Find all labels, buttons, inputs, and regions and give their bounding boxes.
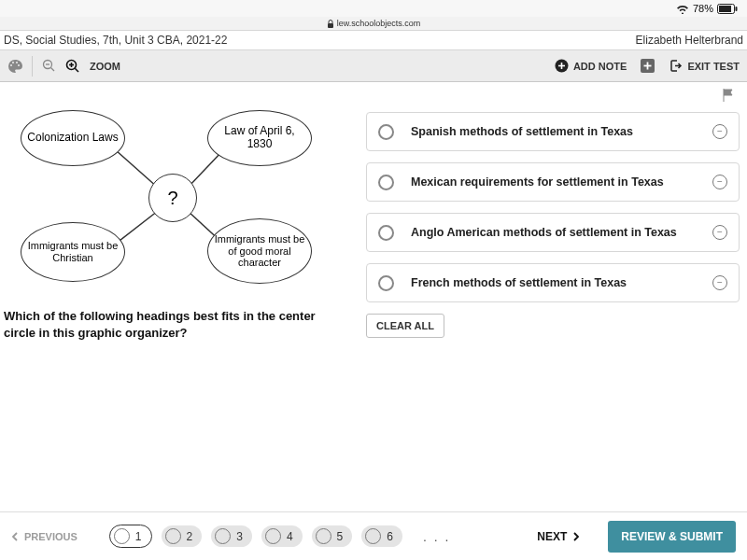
next-label: NEXT <box>537 530 567 543</box>
radio-icon <box>378 275 394 291</box>
page-number: 4 <box>287 530 293 543</box>
progress-ring-icon <box>114 528 130 544</box>
page-5[interactable]: 5 <box>312 525 353 547</box>
graphic-organizer: Colonization Laws Law of April 6, 1830 ?… <box>4 108 331 295</box>
page-number: 3 <box>236 530 243 543</box>
add-circle-icon <box>555 59 569 73</box>
toolbar: ZOOM ADD NOTE EXIT TEST <box>0 50 747 82</box>
lock-icon <box>327 20 334 28</box>
diagram-node-bl: Immigrants must be Christian <box>21 222 125 282</box>
diagram-node-center: ? <box>148 174 197 222</box>
palette-icon[interactable] <box>7 59 22 74</box>
answer-panel: Spanish methods of settlement in Texas −… <box>366 112 740 511</box>
footer-nav: PREVIOUS 1 2 3 4 5 6 . . . NEXT REVIEW &… <box>0 511 747 560</box>
zoom-out-icon[interactable] <box>42 59 56 73</box>
svg-line-18 <box>188 150 223 188</box>
previous-label: PREVIOUS <box>24 531 78 542</box>
page-ellipsis: . . . <box>423 529 450 544</box>
chevron-right-icon <box>572 532 580 541</box>
minus-circle-icon[interactable]: − <box>712 225 727 240</box>
toolbar-divider <box>32 56 33 77</box>
device-status-bar: 78% <box>0 0 747 17</box>
clear-all-button[interactable]: CLEAR ALL <box>366 314 444 338</box>
radio-icon <box>378 124 394 140</box>
exit-icon <box>669 59 683 73</box>
wifi-icon <box>676 4 689 14</box>
zoom-in-icon[interactable] <box>65 59 80 74</box>
minus-circle-icon[interactable]: − <box>712 124 727 139</box>
battery-percent: 78% <box>693 3 713 14</box>
zoom-label: ZOOM <box>90 61 120 72</box>
flag-question-button[interactable] <box>721 88 736 106</box>
exit-test-button[interactable]: EXIT TEST <box>669 59 740 73</box>
page-number: 1 <box>135 530 142 543</box>
radio-icon <box>378 225 394 241</box>
page-6[interactable]: 6 <box>361 525 402 547</box>
page-number: 6 <box>387 530 393 543</box>
option-b[interactable]: Mexican requirements for settlement in T… <box>366 162 740 202</box>
minus-circle-icon[interactable]: − <box>712 175 727 189</box>
user-name: Elizabeth Helterbrand <box>636 34 743 47</box>
url-host: lew.schoolobjects.com <box>337 19 421 28</box>
svg-line-8 <box>75 68 78 72</box>
zoom-button[interactable]: ZOOM <box>90 61 120 72</box>
svg-rect-1 <box>719 6 731 12</box>
diagram-node-br: Immigrants must be of good moral charact… <box>207 218 312 284</box>
page-number: 5 <box>337 530 344 543</box>
option-label: French methods of settlement in Texas <box>411 276 696 289</box>
battery-icon <box>717 4 738 14</box>
option-a[interactable]: Spanish methods of settlement in Texas − <box>366 112 740 151</box>
exit-test-label: EXIT TEST <box>687 61 740 72</box>
svg-line-19 <box>116 211 158 244</box>
radio-icon <box>378 175 394 190</box>
page-indicator: 1 2 3 4 5 6 . . . <box>109 525 462 548</box>
question-panel: Colonization Laws Law of April 6, 1830 ?… <box>4 93 349 511</box>
test-title: DS, Social Studies, 7th, Unit 3 CBA, 202… <box>4 34 227 47</box>
diagram-node-tr: Law of April 6, 1830 <box>207 110 312 166</box>
page-4[interactable]: 4 <box>261 525 303 547</box>
progress-ring-icon <box>316 528 331 544</box>
add-note-label: ADD NOTE <box>573 61 627 72</box>
content-area: Colonization Laws Law of April 6, 1830 ?… <box>0 82 747 511</box>
diagram-node-tl: Colonization Laws <box>21 110 125 166</box>
minus-circle-icon[interactable]: − <box>712 275 727 290</box>
progress-ring-icon <box>265 528 281 544</box>
option-label: Anglo American methods of settlement in … <box>411 226 696 239</box>
progress-ring-icon <box>365 528 381 544</box>
review-submit-button[interactable]: REVIEW & SUBMIT <box>608 521 736 553</box>
bookmark-add-icon[interactable] <box>640 58 655 74</box>
browser-url-bar: lew.schoolobjects.com <box>0 17 747 30</box>
chevron-left-icon <box>11 532 19 541</box>
svg-line-5 <box>51 68 55 72</box>
page-number: 2 <box>187 530 193 543</box>
page-2[interactable]: 2 <box>162 525 203 547</box>
progress-ring-icon <box>215 528 231 544</box>
page-3[interactable]: 3 <box>211 525 252 547</box>
test-title-bar: DS, Social Studies, 7th, Unit 3 CBA, 202… <box>0 30 747 50</box>
svg-line-17 <box>116 150 158 188</box>
svg-rect-3 <box>328 23 333 28</box>
option-c[interactable]: Anglo American methods of settlement in … <box>366 213 740 252</box>
add-note-button[interactable]: ADD NOTE <box>555 59 627 73</box>
option-label: Spanish methods of settlement in Texas <box>411 125 696 138</box>
question-text: Which of the following headings best fit… <box>4 308 345 342</box>
option-label: Mexican requirements for settlement in T… <box>411 175 696 189</box>
next-button[interactable]: NEXT <box>537 530 580 543</box>
previous-button[interactable]: PREVIOUS <box>11 531 78 542</box>
svg-rect-2 <box>736 7 738 11</box>
progress-ring-icon <box>165 528 181 544</box>
option-d[interactable]: French methods of settlement in Texas − <box>366 263 740 302</box>
page-1[interactable]: 1 <box>109 525 152 548</box>
